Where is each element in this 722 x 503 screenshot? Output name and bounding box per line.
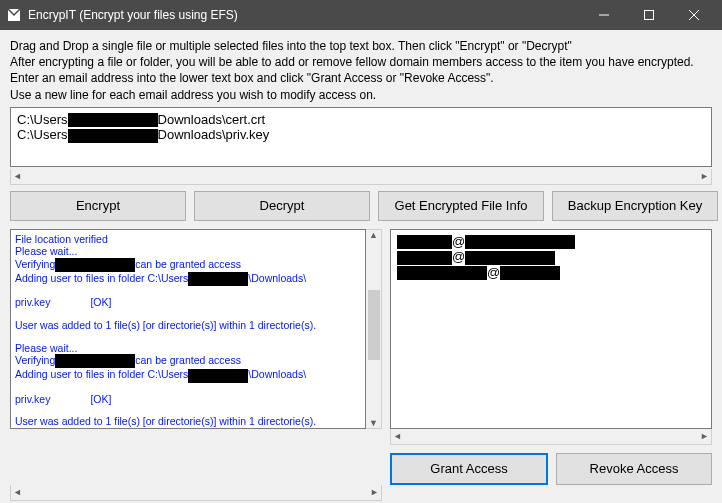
log-line: File location verified	[15, 233, 361, 246]
redacted-segment	[500, 266, 560, 280]
file-box-hscrollbar[interactable]: ◄ ►	[10, 169, 712, 185]
action-button-row: Encrypt Decrypt Get Encrypted File Info …	[10, 191, 712, 221]
log-line: priv.key[OK]	[15, 393, 361, 406]
log-vscrollbar[interactable]: ▲ ▼	[366, 229, 382, 429]
app-icon	[6, 7, 22, 23]
instructions-text: Drag and Drop a single file or multiple …	[10, 38, 712, 103]
scroll-down-icon[interactable]: ▼	[369, 418, 378, 428]
redacted-segment	[188, 369, 248, 383]
file-path-line: C:\UsersDownloads\priv.key	[17, 127, 705, 143]
instruction-line: Drag and Drop a single file or multiple …	[10, 38, 712, 54]
log-line: priv.key[OK]	[15, 296, 361, 309]
scroll-left-icon[interactable]: ◄	[393, 431, 402, 441]
redacted-segment	[55, 354, 135, 368]
minimize-button[interactable]	[581, 0, 626, 30]
log-line: Please wait...	[15, 245, 361, 258]
instruction-line: After encrypting a file or folder, you w…	[10, 54, 712, 70]
email-box-hscrollbar[interactable]: ◄ ►	[390, 429, 712, 445]
log-line: Verifyingcan be granted access	[15, 354, 361, 368]
decrypt-button[interactable]: Decrypt	[194, 191, 370, 221]
titlebar: EncrypIT (Encrypt your files using EFS)	[0, 0, 722, 30]
scroll-right-icon[interactable]: ►	[700, 431, 709, 441]
file-path-line: C:\UsersDownloads\cert.crt	[17, 112, 705, 128]
email-line: @	[397, 265, 705, 281]
email-line: @	[397, 249, 705, 265]
redacted-segment	[397, 235, 452, 249]
redacted-segment	[397, 251, 452, 265]
redacted-segment	[55, 258, 135, 272]
scroll-up-icon[interactable]: ▲	[369, 230, 378, 240]
log-line: User was added to 1 file(s) [or director…	[15, 319, 361, 332]
instruction-line: Enter an email address into the lower te…	[10, 70, 712, 86]
log-line: Please wait...	[15, 342, 361, 355]
log-hscrollbar[interactable]: ◄ ►	[10, 485, 382, 501]
get-encrypted-info-button[interactable]: Get Encrypted File Info	[378, 191, 544, 221]
redacted-segment	[68, 129, 158, 143]
window-title: EncrypIT (Encrypt your files using EFS)	[28, 8, 238, 22]
log-line: Verifyingcan be granted access	[15, 258, 361, 272]
email-line: @	[397, 234, 705, 250]
instruction-line: Use a new line for each email address yo…	[10, 87, 712, 103]
backup-key-button[interactable]: Backup Encryption Key	[552, 191, 718, 221]
scroll-thumb[interactable]	[368, 290, 380, 360]
revoke-access-button[interactable]: Revoke Access	[556, 453, 712, 485]
redacted-segment	[465, 235, 575, 249]
email-textbox[interactable]: @ @ @	[390, 229, 712, 429]
log-output-textbox[interactable]: File location verified Please wait... Ve…	[10, 229, 366, 429]
redacted-segment	[465, 251, 555, 265]
log-line: User was added to 1 file(s) [or director…	[15, 415, 361, 428]
grant-access-button[interactable]: Grant Access	[390, 453, 548, 485]
scroll-left-icon[interactable]: ◄	[13, 171, 22, 181]
maximize-button[interactable]	[626, 0, 671, 30]
close-button[interactable]	[671, 0, 716, 30]
scroll-left-icon[interactable]: ◄	[13, 487, 22, 497]
log-line: Adding user to files in folder C:\Users\…	[15, 368, 361, 382]
redacted-segment	[188, 272, 248, 286]
scroll-right-icon[interactable]: ►	[370, 487, 379, 497]
file-drop-textbox[interactable]: C:\UsersDownloads\cert.crt C:\UsersDownl…	[10, 107, 712, 167]
log-line: Adding user to files in folder C:\Users\…	[15, 272, 361, 286]
svg-rect-3	[644, 11, 653, 20]
redacted-segment	[397, 266, 487, 280]
redacted-segment	[68, 113, 158, 127]
scroll-right-icon[interactable]: ►	[700, 171, 709, 181]
encrypt-button[interactable]: Encrypt	[10, 191, 186, 221]
